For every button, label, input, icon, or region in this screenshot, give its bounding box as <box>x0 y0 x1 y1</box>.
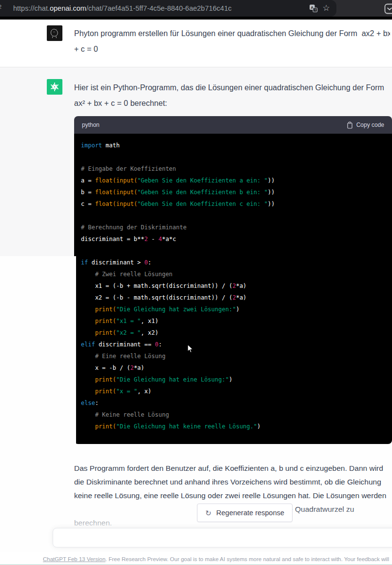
code-line: print("Die Gleichung hat eine Lösung:") <box>81 374 385 385</box>
footer-text: ChatGPT Feb 13 Version. Free Research Pr… <box>43 556 392 562</box>
code-line: b = float(input("Geben Sie den Koeffizie… <box>81 186 385 198</box>
url-scheme: https://chat. <box>13 4 50 12</box>
assistant-intro-text: Hier ist ein Python-Programm, das die Lö… <box>74 80 390 114</box>
copy-code-label: Copy code <box>356 121 384 128</box>
browser-extension-icon[interactable] <box>384 3 392 14</box>
copy-code-button[interactable]: Copy code <box>347 121 384 129</box>
toolbar-left-fragment: 2 <box>0 4 1 10</box>
code-line: discriminant = b**2 - 4*a*c <box>81 233 385 245</box>
assistant-intro-line: ax² + bx + c = 0 berechnet: <box>74 96 390 111</box>
assistant-intro-line: Hier ist ein Python-Programm, das die Lö… <box>74 80 390 96</box>
address-bar[interactable]: 2 https://chat.openai.com/chat/7aef4a51-… <box>0 0 336 17</box>
url-text[interactable]: https://chat.openai.com/chat/7aef4a51-5f… <box>13 0 232 17</box>
code-body[interactable]: import math # Eingabe der Koeffizientena… <box>74 134 392 444</box>
openai-logo-icon <box>49 81 60 92</box>
code-line: # Zwei reelle Lösungen <box>81 268 385 280</box>
star-glyph: ☆ <box>322 3 330 13</box>
message-input[interactable] <box>53 528 392 547</box>
regenerate-icon: ↻ <box>205 509 212 517</box>
paragraph-line: die Diskriminante berechnet und anhand i… <box>74 475 391 489</box>
user-message-line: Phyton programm erstellen für Lösungen e… <box>74 26 390 41</box>
code-line: a = float(input("Geben Sie den Koeffizie… <box>81 175 385 186</box>
code-line: if discriminant > 0: <box>81 257 385 268</box>
code-line: print("Die Gleichung hat keine reelle Lö… <box>81 421 385 432</box>
code-line <box>81 210 385 222</box>
code-line: print("x2 = ", x2) <box>81 327 385 339</box>
paragraph-line: Das Programm fordert den Benutzer auf, d… <box>74 462 391 475</box>
regenerate-label: Regenerate response <box>216 509 284 517</box>
code-line: # Eine reelle Lösung <box>81 350 385 362</box>
bookmark-star-icon[interactable]: ☆ <box>322 4 331 13</box>
code-language-label: python <box>82 121 99 128</box>
code-line: x = -b / (2*a) <box>81 362 385 374</box>
paragraph-line: keine reelle Lösung, eine reelle Lösung … <box>74 489 391 503</box>
code-line: import math <box>81 140 385 151</box>
code-line: print("x = ", x) <box>81 385 385 397</box>
code-line: print("x1 = ", x1) <box>81 315 385 327</box>
code-line <box>81 245 385 257</box>
code-line: x1 = (-b + math.sqrt(discriminant)) / (2… <box>81 280 385 292</box>
code-line: c = float(input("Geben Sie den Koeffizie… <box>81 198 385 210</box>
footer: ChatGPT Feb 13 Version. Free Research Pr… <box>0 552 392 565</box>
browser-toolbar: 2 https://chat.openai.com/chat/7aef4a51-… <box>0 0 392 17</box>
user-message-line: + c = 0 <box>74 41 390 57</box>
mouse-cursor <box>187 344 194 356</box>
code-block-header: python Copy code <box>74 116 392 134</box>
user-avatar <box>47 25 62 41</box>
assistant-avatar <box>47 79 62 95</box>
chatgpt-page: 2 https://chat.openai.com/chat/7aef4a51-… <box>0 0 392 565</box>
user-message-row: Phyton programm erstellen für Lösungen e… <box>0 20 392 67</box>
code-line: # Eingabe der Koeffizienten <box>81 163 385 175</box>
paragraph-line4-right: die Quadratwurzel zu <box>283 503 354 516</box>
code-line: print("Die Gleichung hat zwei Lösungen:"… <box>81 303 385 315</box>
code-line: # Berechnung der Diskriminante <box>81 222 385 233</box>
code-line: else: <box>81 397 385 409</box>
user-avatar-sketch <box>49 27 60 39</box>
regenerate-response-button[interactable]: ↻ Regenerate response <box>197 504 293 522</box>
footer-disclaimer: . Free Research Preview. Our goal is to … <box>105 556 389 562</box>
code-line: x2 = (-b - math.sqrt(discriminant)) / (2… <box>81 292 385 303</box>
url-domain: openai.com <box>50 4 86 12</box>
code-line: elif discriminant == 0: <box>81 339 385 350</box>
translate-icon[interactable]: A ? <box>309 4 318 13</box>
url-path: /chat/7aef4a51-5ff7-4c5e-8840-6ae2b716c4… <box>86 4 232 12</box>
clipboard-icon <box>347 121 353 129</box>
footer-version-link[interactable]: ChatGPT Feb 13 Version <box>43 556 105 562</box>
user-message-text: Phyton programm erstellen für Lösungen e… <box>74 26 390 62</box>
code-line <box>81 151 385 163</box>
code-block: python Copy code import math # Eingabe d… <box>74 116 392 444</box>
code-line: # Keine reelle Lösung <box>81 409 385 421</box>
screenshot-artifact-line <box>74 256 76 444</box>
svg-text:?: ? <box>314 8 316 12</box>
